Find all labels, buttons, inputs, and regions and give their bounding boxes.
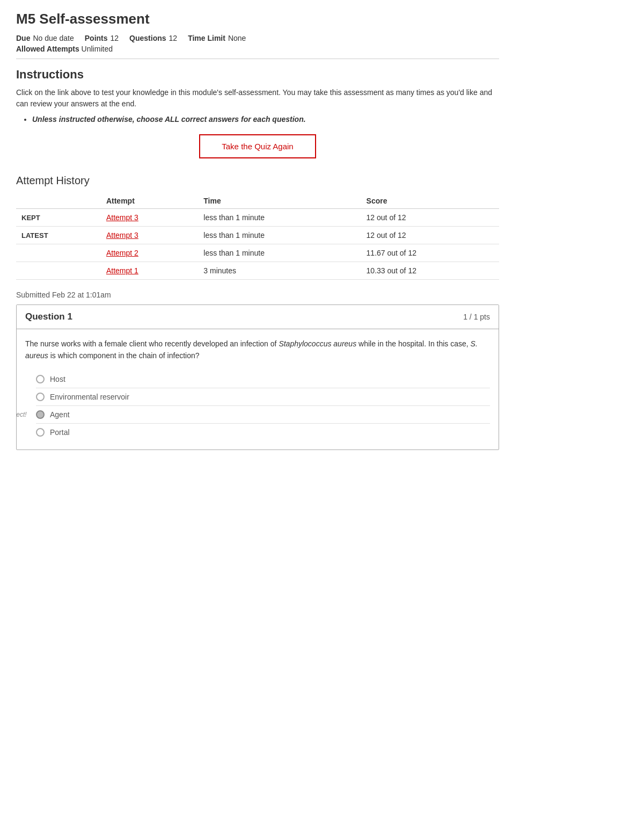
page-title: M5 Self-assessment bbox=[16, 11, 499, 27]
attempt-score: 10.33 out of 12 bbox=[361, 262, 499, 280]
col-header-attempt: Attempt bbox=[101, 193, 198, 209]
attempt-history-title: Attempt History bbox=[16, 175, 499, 187]
radio-icon bbox=[36, 375, 45, 383]
questions-value: 12 bbox=[169, 34, 178, 42]
col-header-empty bbox=[16, 193, 101, 209]
attempt-score: 12 out of 12 bbox=[361, 227, 499, 244]
due-label: Due bbox=[16, 34, 30, 42]
table-row: Attempt 13 minutes10.33 out of 12 bbox=[16, 262, 499, 280]
answer-option[interactable]: Host bbox=[36, 371, 490, 388]
instructions-body: Click on the link above to test your kno… bbox=[16, 87, 499, 110]
attempt-score: 11.67 out of 12 bbox=[361, 244, 499, 262]
allowed-attempts-value: Unlimited bbox=[82, 45, 113, 53]
questions-label: Questions bbox=[129, 34, 166, 42]
answer-label: Environmental reservoir bbox=[50, 393, 129, 401]
attempt-history-table: Attempt Time Score KEPTAttempt 3less tha… bbox=[16, 193, 499, 280]
attempt-row-label: LATEST bbox=[16, 227, 101, 244]
table-row: Attempt 2less than 1 minute11.67 out of … bbox=[16, 244, 499, 262]
answer-options: HostEnvironmental reservoirCorrect!Agent… bbox=[25, 371, 490, 441]
submitted-text: Submitted Feb 22 at 1:01am bbox=[16, 291, 499, 299]
answer-option[interactable]: Correct!Agent bbox=[36, 405, 490, 423]
instructions-bullet: Unless instructed otherwise, choose ALL … bbox=[32, 115, 499, 124]
attempt-time: less than 1 minute bbox=[198, 227, 361, 244]
col-header-score: Score bbox=[361, 193, 499, 209]
question-card-1: Question 1 1 / 1 pts The nurse works wit… bbox=[16, 304, 499, 450]
attempt-link-cell[interactable]: Attempt 1 bbox=[101, 262, 198, 280]
question-text-part2: while in the hospital. In this case, bbox=[356, 339, 470, 348]
question-text: The nurse works with a female client who… bbox=[25, 338, 490, 362]
question-text-part1: The nurse works with a female client who… bbox=[25, 339, 279, 348]
take-quiz-again-button[interactable]: Take the Quiz Again bbox=[199, 134, 316, 158]
header-divider bbox=[16, 59, 499, 59]
allowed-attempts-row: Allowed Attempts Unlimited bbox=[16, 45, 499, 53]
attempt-time: less than 1 minute bbox=[198, 244, 361, 262]
attempt-link-cell[interactable]: Attempt 2 bbox=[101, 244, 198, 262]
attempt-link[interactable]: Attempt 1 bbox=[106, 266, 138, 275]
attempt-link-cell[interactable]: Attempt 3 bbox=[101, 209, 198, 227]
attempt-link[interactable]: Attempt 3 bbox=[106, 231, 138, 240]
time-limit-label: Time Limit bbox=[188, 34, 225, 42]
question-title: Question 1 bbox=[25, 311, 72, 322]
attempt-row-label bbox=[16, 262, 101, 280]
table-row: KEPTAttempt 3less than 1 minute12 out of… bbox=[16, 209, 499, 227]
question-italic1: Staphylococcus aureus bbox=[279, 339, 356, 348]
answer-label: Host bbox=[50, 375, 65, 383]
attempt-link-cell[interactable]: Attempt 3 bbox=[101, 227, 198, 244]
radio-icon bbox=[36, 428, 45, 437]
radio-icon bbox=[36, 410, 45, 419]
time-limit-value: None bbox=[228, 34, 246, 42]
attempt-link[interactable]: Attempt 2 bbox=[106, 249, 138, 257]
answer-option[interactable]: Environmental reservoir bbox=[36, 388, 490, 405]
answer-label: Agent bbox=[50, 410, 70, 419]
points-value: 12 bbox=[111, 34, 119, 42]
table-row: LATESTAttempt 3less than 1 minute12 out … bbox=[16, 227, 499, 244]
attempt-time: 3 minutes bbox=[198, 262, 361, 280]
radio-icon bbox=[36, 393, 45, 401]
meta-row: Due No due date Points 12 Questions 12 T… bbox=[16, 34, 499, 42]
question-body: The nurse works with a female client who… bbox=[17, 329, 499, 449]
quiz-button-container: Take the Quiz Again bbox=[16, 134, 499, 158]
instructions-title: Instructions bbox=[16, 68, 499, 82]
points-label: Points bbox=[85, 34, 108, 42]
due-value: No due date bbox=[33, 34, 74, 42]
attempt-score: 12 out of 12 bbox=[361, 209, 499, 227]
allowed-attempts-label: Allowed Attempts bbox=[16, 45, 79, 53]
col-header-time: Time bbox=[198, 193, 361, 209]
question-text-part3: is which component in the chain of infec… bbox=[48, 351, 200, 360]
answer-label: Portal bbox=[50, 428, 70, 437]
correct-marker: Correct! bbox=[16, 411, 27, 418]
attempt-row-label bbox=[16, 244, 101, 262]
attempt-time: less than 1 minute bbox=[198, 209, 361, 227]
attempt-link[interactable]: Attempt 3 bbox=[106, 213, 138, 222]
question-header: Question 1 1 / 1 pts bbox=[17, 305, 499, 329]
attempt-row-label: KEPT bbox=[16, 209, 101, 227]
instructions-list: Unless instructed otherwise, choose ALL … bbox=[32, 115, 499, 124]
question-pts: 1 / 1 pts bbox=[463, 313, 490, 321]
answer-option[interactable]: Portal bbox=[36, 423, 490, 441]
